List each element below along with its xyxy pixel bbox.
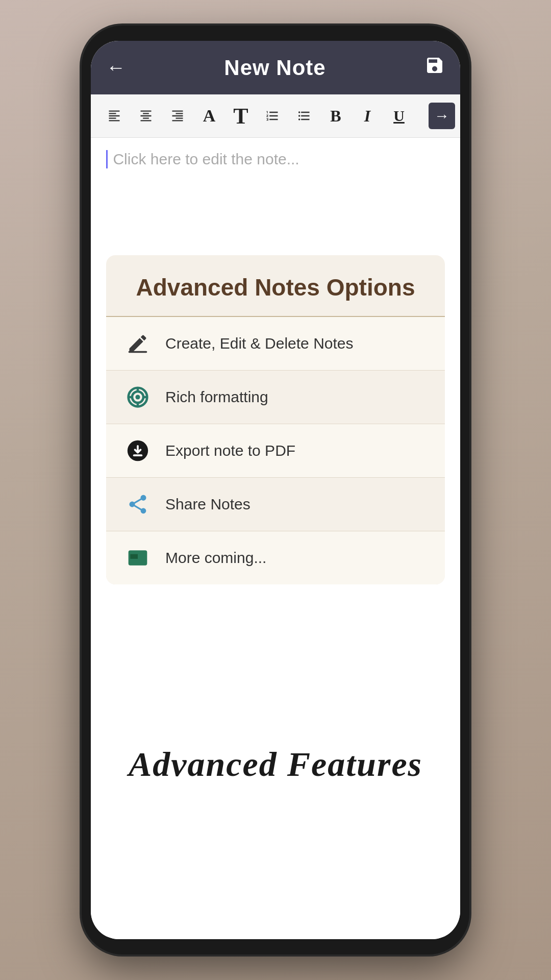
list-item-create-edit-delete[interactable]: Create, Edit & Delete Notes xyxy=(106,317,445,371)
share-icon xyxy=(124,491,151,518)
font-size-large-button[interactable]: T xyxy=(228,103,254,129)
header: ← New Note xyxy=(91,41,460,94)
advanced-notes-card: Advanced Notes Options Create, Edit & De… xyxy=(106,255,445,584)
create-edit-delete-label: Create, Edit & Delete Notes xyxy=(165,335,354,352)
list-item-more-coming[interactable]: More coming... xyxy=(106,531,445,584)
align-right-button[interactable] xyxy=(164,103,191,129)
footer-section: Advanced Features xyxy=(91,590,460,939)
svg-rect-0 xyxy=(129,351,147,353)
phone-frame: ← New Note A T xyxy=(82,26,469,954)
target-icon xyxy=(124,384,151,410)
svg-rect-10 xyxy=(130,554,138,559)
toolbar-scroll-right-button[interactable]: → xyxy=(429,103,455,129)
rich-formatting-label: Rich formatting xyxy=(165,388,268,406)
svg-point-3 xyxy=(135,395,140,400)
download-icon xyxy=(124,437,151,464)
note-editor[interactable]: Click here to edit the note... xyxy=(91,138,460,250)
list-item-share-notes[interactable]: Share Notes xyxy=(106,478,445,531)
more-coming-label: More coming... xyxy=(165,549,266,567)
formatting-toolbar: A T B I U → xyxy=(91,94,460,138)
numbered-list-button[interactable] xyxy=(259,103,286,129)
italic-button[interactable]: I xyxy=(354,103,381,129)
bullet-list-button[interactable] xyxy=(291,103,317,129)
font-size-small-button[interactable]: A xyxy=(196,103,222,129)
page-title: New Note xyxy=(224,56,325,80)
underline-button[interactable]: U xyxy=(386,103,412,129)
card-title: Advanced Notes Options xyxy=(106,255,445,317)
share-notes-label: Share Notes xyxy=(165,496,251,513)
note-placeholder: Click here to edit the note... xyxy=(113,151,299,167)
export-pdf-label: Export note to PDF xyxy=(165,442,295,459)
save-button[interactable] xyxy=(424,55,445,80)
align-center-button[interactable] xyxy=(133,103,159,129)
edit-icon xyxy=(124,330,151,357)
bold-button[interactable]: B xyxy=(322,103,349,129)
footer-text: Advanced Features xyxy=(129,744,422,785)
align-left-button[interactable] xyxy=(101,103,128,129)
back-button[interactable]: ← xyxy=(106,57,126,79)
more-icon xyxy=(124,545,151,571)
phone-screen: ← New Note A T xyxy=(91,41,460,939)
text-cursor xyxy=(106,150,108,168)
list-item-rich-formatting[interactable]: Rich formatting xyxy=(106,371,445,424)
list-item-export-pdf[interactable]: Export note to PDF xyxy=(106,424,445,478)
